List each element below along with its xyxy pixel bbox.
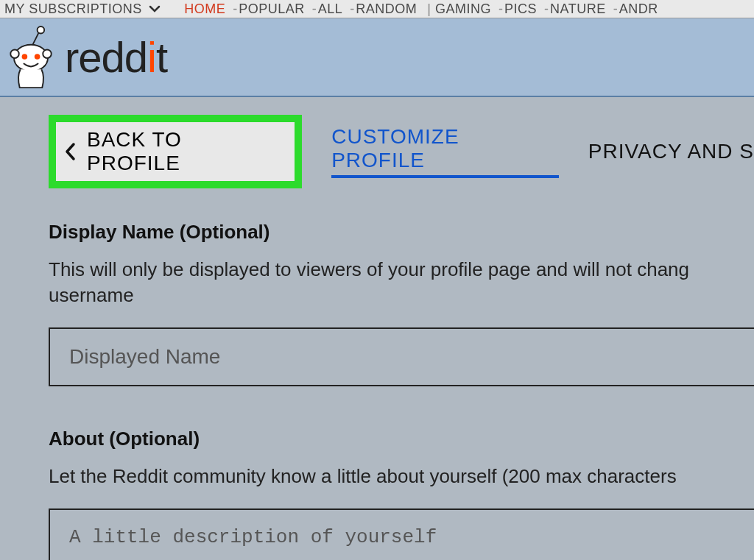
reddit-wordmark: reddit (65, 32, 167, 82)
header-band: reddit (0, 18, 754, 97)
top-nav-bar: MY SUBSCRIPTIONS HOME POPULAR ALL RANDOM… (0, 0, 754, 18)
display-name-desc: This will only be displayed to viewers o… (49, 257, 741, 308)
svg-point-1 (38, 26, 45, 33)
about-label: About (Optional) (49, 428, 754, 450)
nav-divider (423, 1, 435, 17)
back-button-label: BACK TO PROFILE (87, 128, 281, 175)
nav-separator (231, 1, 239, 17)
main-content: BACK TO PROFILE CUSTOMIZE PROFILE PRIVAC… (0, 97, 754, 560)
wordmark-pre: redd (65, 33, 147, 81)
svg-point-3 (10, 49, 18, 57)
nav-separator (543, 1, 550, 17)
wordmark-post: t (156, 33, 167, 81)
nav-popular[interactable]: POPULAR (239, 1, 305, 17)
nav-home[interactable]: HOME (184, 1, 225, 17)
nav-my-subscriptions-label: MY SUBSCRIPTIONS (4, 1, 142, 16)
nav-my-subscriptions[interactable]: MY SUBSCRIPTIONS (4, 1, 161, 17)
about-field-wrapper (49, 508, 754, 560)
about-textarea[interactable] (69, 526, 736, 556)
display-name-label: Display Name (Optional) (49, 221, 754, 244)
tab-row: BACK TO PROFILE CUSTOMIZE PROFILE PRIVAC… (49, 115, 754, 188)
nav-all[interactable]: ALL (318, 1, 343, 17)
display-name-field-wrapper (49, 327, 754, 386)
svg-point-2 (14, 44, 48, 71)
svg-point-4 (43, 49, 51, 57)
tab-privacy[interactable]: PRIVACY AND S (588, 140, 754, 163)
tab-customize-profile[interactable]: CUSTOMIZE PROFILE (331, 125, 559, 178)
back-to-profile-button[interactable]: BACK TO PROFILE (49, 115, 302, 188)
chevron-down-icon (149, 1, 161, 17)
nav-random[interactable]: RANDOM (356, 1, 417, 17)
nav-separator (497, 1, 504, 17)
nav-separator (311, 1, 318, 17)
display-name-input[interactable] (69, 345, 736, 369)
nav-gaming[interactable]: GAMING (435, 1, 491, 17)
about-desc: Let the Reddit community know a little a… (49, 464, 741, 489)
wordmark-i: i (147, 33, 156, 81)
svg-point-5 (22, 54, 28, 60)
reddit-logo[interactable]: reddit (9, 26, 167, 89)
nav-android[interactable]: ANDR (619, 1, 658, 17)
snoo-icon (9, 26, 53, 89)
chevron-left-icon (63, 142, 77, 161)
nav-separator (348, 1, 356, 17)
nav-nature[interactable]: NATURE (550, 1, 606, 17)
nav-pics[interactable]: PICS (504, 1, 537, 17)
nav-separator (612, 1, 619, 17)
svg-point-6 (35, 54, 40, 60)
